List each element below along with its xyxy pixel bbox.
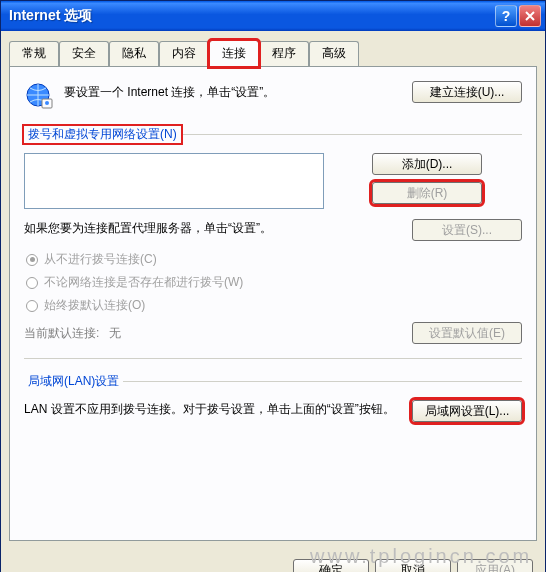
tab-content[interactable]: 内容 bbox=[159, 41, 209, 68]
radio-never-row: 从不进行拨号连接(C) bbox=[26, 251, 522, 268]
radio-never bbox=[26, 254, 38, 266]
lan-text: LAN 设置不应用到拨号连接。对于拨号设置，单击上面的“设置”按钮。 bbox=[24, 400, 404, 419]
tab-security[interactable]: 安全 bbox=[59, 41, 109, 68]
titlebar[interactable]: Internet 选项 ? bbox=[1, 1, 545, 31]
dialup-section-label: 拨号和虚拟专用网络设置(N) bbox=[24, 126, 181, 143]
lan-section: 局域网(LAN)设置 LAN 设置不应用到拨号连接。对于拨号设置，单击上面的“设… bbox=[24, 373, 522, 422]
tab-programs[interactable]: 程序 bbox=[259, 41, 309, 68]
proxy-button-col: 设置(S)... bbox=[372, 219, 522, 241]
apply-button: 应用(A) bbox=[457, 559, 533, 572]
set-default-button: 设置默认值(E) bbox=[412, 322, 522, 344]
setup-connection-button[interactable]: 建立连接(U)... bbox=[412, 81, 522, 103]
cancel-button[interactable]: 取消 bbox=[375, 559, 451, 572]
radio-whenneeded-row: 不论网络连接是否存在都进行拨号(W) bbox=[26, 274, 522, 291]
dialup-button-column: 添加(D)... 删除(R) bbox=[332, 153, 482, 204]
radio-always-row: 始终拨默认连接(O) bbox=[26, 297, 522, 314]
close-icon bbox=[524, 10, 536, 22]
dialup-listbox[interactable] bbox=[24, 153, 324, 209]
radio-always-default-label: 始终拨默认连接(O) bbox=[44, 297, 145, 314]
intro-text: 要设置一个 Internet 连接，单击“设置”。 bbox=[64, 81, 404, 101]
close-button[interactable] bbox=[519, 5, 541, 27]
tab-general[interactable]: 常规 bbox=[9, 41, 59, 68]
proxy-row: 如果您要为连接配置代理服务器，单击“设置”。 设置(S)... bbox=[24, 219, 522, 241]
dial-radio-group: 从不进行拨号连接(C) 不论网络连接是否存在都进行拨号(W) 始终拨默认连接(O… bbox=[26, 251, 522, 314]
globe-icon bbox=[24, 81, 56, 116]
intro-row: 要设置一个 Internet 连接，单击“设置”。 建立连接(U)... bbox=[24, 81, 522, 116]
lan-section-label: 局域网(LAN)设置 bbox=[24, 373, 123, 390]
tab-content-panel: 要设置一个 Internet 连接，单击“设置”。 建立连接(U)... 拨号和… bbox=[9, 66, 537, 541]
lan-settings-button[interactable]: 局域网设置(L)... bbox=[412, 400, 522, 422]
dialup-section: 拨号和虚拟专用网络设置(N) 添加(D)... 删除(R) 如果您要为连接配置代… bbox=[24, 126, 522, 344]
svg-point-2 bbox=[45, 101, 49, 105]
tab-connections[interactable]: 连接 bbox=[209, 40, 259, 67]
help-button[interactable]: ? bbox=[495, 5, 517, 27]
tab-advanced[interactable]: 高级 bbox=[309, 41, 359, 68]
ok-button[interactable]: 确定 bbox=[293, 559, 369, 572]
proxy-text: 如果您要为连接配置代理服务器，单击“设置”。 bbox=[24, 219, 372, 238]
default-connection-row: 当前默认连接: 无 设置默认值(E) bbox=[24, 322, 522, 344]
window-title: Internet 选项 bbox=[9, 7, 495, 25]
radio-when-needed-label: 不论网络连接是否存在都进行拨号(W) bbox=[44, 274, 243, 291]
add-button[interactable]: 添加(D)... bbox=[372, 153, 482, 175]
tab-privacy[interactable]: 隐私 bbox=[109, 41, 159, 68]
remove-button: 删除(R) bbox=[372, 182, 482, 204]
tab-bar: 常规 安全 隐私 内容 连接 程序 高级 bbox=[1, 31, 545, 66]
default-label: 当前默认连接: bbox=[24, 326, 99, 340]
default-label-group: 当前默认连接: 无 bbox=[24, 325, 121, 342]
dialog-window: Internet 选项 ? 常规 安全 隐私 内容 连接 程序 高级 要设置一个… bbox=[0, 0, 546, 572]
radio-never-label: 从不进行拨号连接(C) bbox=[44, 251, 157, 268]
title-buttons: ? bbox=[495, 5, 541, 27]
divider bbox=[24, 358, 522, 359]
connection-settings-button: 设置(S)... bbox=[412, 219, 522, 241]
bottom-button-bar: 确定 取消 应用(A) bbox=[1, 549, 545, 572]
radio-when-needed bbox=[26, 277, 38, 289]
radio-always-default bbox=[26, 300, 38, 312]
default-value: 无 bbox=[109, 326, 121, 340]
lan-row: LAN 设置不应用到拨号连接。对于拨号设置，单击上面的“设置”按钮。 局域网设置… bbox=[24, 400, 522, 422]
dialup-list-row: 添加(D)... 删除(R) bbox=[24, 153, 522, 209]
